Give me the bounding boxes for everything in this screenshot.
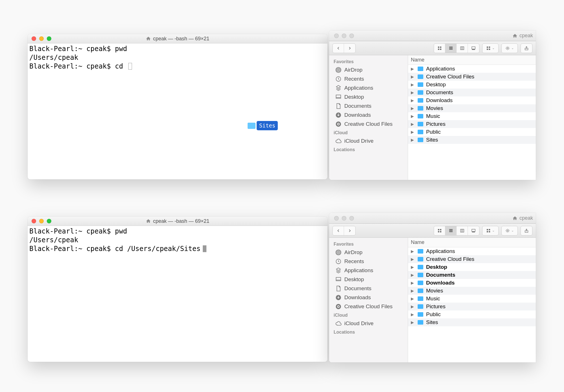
disclosure-icon[interactable]: ▶ <box>411 138 415 142</box>
disclosure-icon[interactable]: ▶ <box>411 312 415 317</box>
view-icons-button[interactable] <box>434 226 445 235</box>
disclosure-icon[interactable]: ▶ <box>411 289 415 293</box>
sidebar-item[interactable]: Desktop <box>329 93 408 102</box>
disclosure-icon[interactable]: ▶ <box>411 114 415 118</box>
view-gallery-button[interactable] <box>468 44 479 53</box>
disclosure-icon[interactable]: ▶ <box>411 82 415 87</box>
disclosure-icon[interactable]: ▶ <box>411 106 415 111</box>
back-button[interactable] <box>333 44 344 53</box>
share-button[interactable] <box>521 226 532 235</box>
disclosure-icon[interactable]: ▶ <box>411 304 415 309</box>
sidebar-item[interactable]: Downloads <box>329 293 408 302</box>
sidebar-item[interactable]: AirDrop <box>329 65 408 74</box>
disclosure-icon[interactable]: ▶ <box>411 265 415 269</box>
drag-badge[interactable]: Sites <box>248 121 278 130</box>
sidebar-item[interactable]: Recents <box>329 74 408 83</box>
file-row[interactable]: ▶Applications <box>408 65 536 73</box>
file-row[interactable]: ▶Public <box>408 128 536 136</box>
zoom-icon[interactable] <box>349 34 354 38</box>
file-row[interactable]: ▶Pictures <box>408 303 536 310</box>
disclosure-icon[interactable]: ▶ <box>411 320 415 325</box>
view-icons-button[interactable] <box>434 44 445 53</box>
file-row[interactable]: ▶Downloads <box>408 96 536 104</box>
view-columns-button[interactable] <box>457 226 468 235</box>
terminal-body[interactable]: Black-Pearl:~ cpeak$ pwd /Users/cpeak Bl… <box>28 43 327 179</box>
close-icon[interactable] <box>32 36 36 41</box>
sidebar-item[interactable]: Documents <box>329 284 408 293</box>
close-icon[interactable] <box>334 34 339 38</box>
file-row[interactable]: ▶Public <box>408 310 536 318</box>
sidebar-item[interactable]: Desktop <box>329 275 408 284</box>
file-row[interactable]: ▶Documents <box>408 89 536 96</box>
share-button[interactable] <box>521 44 532 53</box>
file-row[interactable]: ▶Creative Cloud Files <box>408 255 536 263</box>
sidebar-item[interactable]: Applications <box>329 83 408 93</box>
file-row[interactable]: ▶Documents <box>408 271 536 279</box>
sidebar-item[interactable]: Creative Cloud Files <box>329 302 408 311</box>
arrange-button[interactable]: ⌄ <box>483 44 498 53</box>
traffic-lights <box>28 219 51 223</box>
sidebar-item[interactable]: Applications <box>329 266 408 275</box>
disclosure-icon[interactable]: ▶ <box>411 281 415 285</box>
file-row[interactable]: ▶Sites <box>408 136 536 144</box>
minimize-icon[interactable] <box>39 219 44 223</box>
disclosure-icon[interactable]: ▶ <box>411 296 415 301</box>
forward-button[interactable] <box>344 226 355 235</box>
view-gallery-button[interactable] <box>468 226 479 235</box>
file-name: Public <box>426 311 441 318</box>
home-icon <box>512 33 517 38</box>
file-row[interactable]: ▶Movies <box>408 104 536 112</box>
view-list-button[interactable] <box>445 226 457 235</box>
action-button[interactable]: ⌄ <box>502 226 517 235</box>
disclosure-icon[interactable]: ▶ <box>411 67 415 71</box>
file-row[interactable]: ▶Creative Cloud Files <box>408 73 536 81</box>
column-header-name[interactable]: Name <box>408 55 536 65</box>
close-icon[interactable] <box>32 219 36 223</box>
zoom-icon[interactable] <box>47 36 51 41</box>
disclosure-icon[interactable]: ▶ <box>411 273 415 277</box>
disclosure-icon[interactable]: ▶ <box>411 90 415 95</box>
svg-rect-9 <box>472 49 473 50</box>
column-header-name[interactable]: Name <box>408 238 536 247</box>
file-row[interactable]: ▶Movies <box>408 287 536 295</box>
sidebar-item[interactable]: Downloads <box>329 111 408 120</box>
file-row[interactable]: ▶Desktop <box>408 81 536 89</box>
minimize-icon[interactable] <box>342 216 346 221</box>
sidebar-item[interactable]: iCloud Drive <box>329 319 408 328</box>
file-row[interactable]: ▶Music <box>408 112 536 120</box>
sidebar-item[interactable]: iCloud Drive <box>329 136 408 146</box>
disclosure-icon[interactable]: ▶ <box>411 257 415 261</box>
sidebar-item-label: AirDrop <box>344 67 362 73</box>
close-icon[interactable] <box>334 216 339 221</box>
disclosure-icon[interactable]: ▶ <box>411 130 415 134</box>
disclosure-icon[interactable]: ▶ <box>411 122 415 126</box>
file-row[interactable]: ▶Sites <box>408 318 536 326</box>
disclosure-icon[interactable]: ▶ <box>411 98 415 103</box>
file-row[interactable]: ▶Downloads <box>408 279 536 287</box>
zoom-icon[interactable] <box>47 219 51 223</box>
minimize-icon[interactable] <box>342 34 346 38</box>
minimize-icon[interactable] <box>39 36 44 41</box>
arrange-button[interactable]: ⌄ <box>483 226 498 235</box>
forward-button[interactable] <box>344 44 355 53</box>
view-list-button[interactable] <box>445 44 457 53</box>
action-button[interactable]: ⌄ <box>502 44 517 53</box>
back-button[interactable] <box>333 226 344 235</box>
view-columns-button[interactable] <box>457 44 468 53</box>
sidebar-item[interactable]: Creative Cloud Files <box>329 120 408 129</box>
disclosure-icon[interactable]: ▶ <box>411 74 415 79</box>
zoom-icon[interactable] <box>349 216 354 221</box>
file-row[interactable]: ▶Music <box>408 295 536 303</box>
terminal-body[interactable]: Black-Pearl:~ cpeak$ pwd /Users/cpeak Bl… <box>28 226 327 362</box>
svg-rect-35 <box>472 229 475 231</box>
folder-icon <box>418 114 423 118</box>
disclosure-icon[interactable]: ▶ <box>411 249 415 254</box>
svg-rect-33 <box>449 231 453 232</box>
apps-icon <box>335 85 342 91</box>
file-row[interactable]: ▶Pictures <box>408 120 536 128</box>
sidebar-item[interactable]: Documents <box>329 102 408 111</box>
sidebar-item[interactable]: Recents <box>329 257 408 266</box>
file-row[interactable]: ▶Applications <box>408 247 536 255</box>
file-row[interactable]: ▶Desktop <box>408 263 536 271</box>
sidebar-item[interactable]: AirDrop <box>329 248 408 257</box>
